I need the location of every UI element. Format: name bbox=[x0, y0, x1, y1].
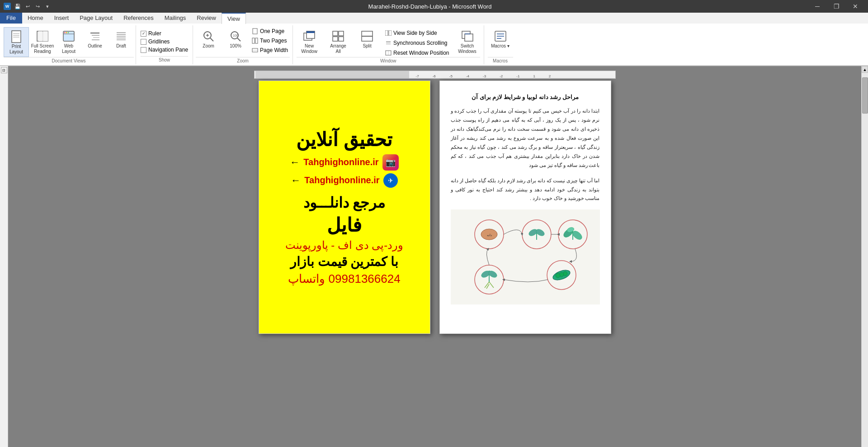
vertical-scrollbar[interactable]: ▲ ▼ bbox=[861, 66, 868, 447]
navigation-pane-checkbox[interactable]: Navigation Pane bbox=[141, 47, 188, 53]
arrange-all-label: ArrangeAll bbox=[330, 43, 346, 54]
svg-rect-5 bbox=[38, 31, 42, 41]
zoom-btn-label: Zoom bbox=[203, 43, 214, 49]
svg-text:100: 100 bbox=[233, 34, 238, 37]
show-group: Ruler Gridlines Navigation Pane Show bbox=[136, 25, 193, 64]
tab-file[interactable]: File bbox=[0, 13, 22, 24]
svg-rect-30 bbox=[255, 38, 258, 43]
page1-brand2: Tahghighonline.ir bbox=[304, 175, 379, 185]
tab-mailings[interactable]: Mailings bbox=[159, 13, 192, 24]
redo-quick-btn[interactable]: ↪ bbox=[33, 2, 42, 10]
window-title: Marahel-Roshd-Daneh-Lubiya - Microsoft W… bbox=[52, 3, 808, 10]
gridlines-checkbox[interactable]: Gridlines bbox=[141, 38, 188, 45]
arrow-icon-2: ← bbox=[291, 175, 301, 186]
tab-home[interactable]: Home bbox=[22, 13, 49, 24]
page1-brand-row2: ✈ Tahghighonline.ir ← bbox=[291, 173, 397, 188]
ruler-checkbox[interactable]: Ruler bbox=[141, 30, 188, 37]
split-label: Split bbox=[363, 43, 371, 49]
page1-phone: 09981366624 واتساپ bbox=[288, 272, 400, 286]
svg-point-9 bbox=[64, 32, 66, 33]
window-controls: ─ ❐ ✕ bbox=[808, 0, 864, 13]
draft-label: Draft bbox=[116, 43, 126, 49]
outline-button[interactable]: Outline bbox=[82, 27, 108, 51]
scroll-thumb[interactable] bbox=[862, 77, 868, 114]
switch-windows-icon bbox=[460, 29, 475, 43]
one-page-button[interactable]: One Page bbox=[250, 27, 290, 35]
svg-rect-42 bbox=[385, 30, 388, 36]
plant-lifecycle-svg: دانه bbox=[458, 212, 593, 302]
svg-point-73 bbox=[556, 273, 560, 278]
macros-group: Macros ▾ Macros bbox=[484, 25, 517, 64]
svg-rect-6 bbox=[43, 31, 48, 41]
page-width-button[interactable]: Page Width bbox=[250, 46, 290, 54]
restore-button[interactable]: ❐ bbox=[827, 0, 845, 13]
two-pages-button[interactable]: Two Pages bbox=[250, 37, 290, 45]
undo-quick-btn[interactable]: ↩ bbox=[24, 2, 32, 10]
customize-quick-btn[interactable]: ▾ bbox=[43, 2, 52, 10]
pages-container: تحقیق آنلاین 📷 Tahghighonline.ir ← ✈ Tah… bbox=[259, 81, 611, 334]
web-layout-label: WebLayout bbox=[62, 43, 75, 54]
tab-view[interactable]: View bbox=[222, 13, 246, 24]
print-layout-button[interactable]: PrintLayout bbox=[4, 27, 29, 57]
split-button[interactable]: Split bbox=[354, 27, 380, 51]
split-icon bbox=[360, 29, 374, 43]
page2-paragraph1: ابتدا دانه را در آب خیس می کنیم تا پوسته… bbox=[451, 107, 600, 170]
ruler-check-icon bbox=[141, 31, 146, 37]
web-layout-button[interactable]: WebLayout bbox=[56, 27, 81, 56]
page2-content: مراحل رشد دانه لوبیا و شرایط لازم برای آ… bbox=[440, 81, 611, 317]
web-layout-icon bbox=[61, 29, 76, 43]
show-group-label: Show bbox=[141, 56, 188, 62]
page2-paragraph2: اما آب تنها چیزی نیست که دانه برای رشد ل… bbox=[451, 176, 600, 204]
zoom-100-icon: 100 bbox=[228, 29, 243, 43]
word-icon: W bbox=[4, 3, 11, 10]
page-zoom-options: One Page Two Pages Page Width bbox=[250, 27, 290, 54]
svg-rect-28 bbox=[253, 29, 257, 34]
zoom-100-label: 100% bbox=[230, 43, 241, 49]
tab-page-layout[interactable]: Page Layout bbox=[74, 13, 118, 24]
svg-rect-43 bbox=[389, 30, 392, 36]
page1-brand: Tahghighonline.ir bbox=[303, 157, 378, 167]
svg-text:دانه: دانه bbox=[486, 233, 491, 237]
close-button[interactable]: ✕ bbox=[846, 0, 864, 13]
arrow-icon-1: ← bbox=[290, 157, 300, 168]
svg-rect-36 bbox=[333, 31, 338, 36]
svg-rect-0 bbox=[12, 31, 21, 43]
macros-button[interactable]: Macros ▾ bbox=[488, 27, 513, 51]
view-side-by-side-button[interactable]: View Side by Side bbox=[383, 29, 451, 37]
title-bar-left: W 💾 ↩ ↪ ▾ bbox=[4, 2, 52, 10]
minimize-button[interactable]: ─ bbox=[808, 0, 826, 13]
zoom-button[interactable]: Zoom bbox=[196, 27, 221, 51]
title-bar: W 💾 ↩ ↪ ▾ Marahel-Roshd-Daneh-Lubiya - M… bbox=[0, 0, 868, 13]
scroll-track[interactable] bbox=[862, 73, 868, 447]
reset-window-position-button[interactable]: Reset Window Position bbox=[383, 49, 451, 57]
arrange-all-icon bbox=[331, 29, 345, 43]
tab-insert[interactable]: Insert bbox=[49, 13, 75, 24]
zoom-group-label: Zoom bbox=[196, 57, 290, 63]
zoom-group: Zoom 100 100% One Page Two Pages bbox=[193, 25, 293, 64]
zoom-100-button[interactable]: 100 100% bbox=[223, 27, 248, 51]
svg-rect-35 bbox=[307, 31, 315, 33]
ruler-content: -7 -6 -5 -4 -3 -2 -1 1 2 bbox=[255, 71, 614, 78]
tab-review[interactable]: Review bbox=[191, 13, 222, 24]
draft-icon bbox=[114, 29, 128, 43]
new-window-icon bbox=[302, 29, 316, 43]
tab-references[interactable]: References bbox=[118, 13, 159, 24]
macros-icon bbox=[493, 29, 508, 43]
vertical-ruler-indicator: ⊡ bbox=[0, 66, 8, 447]
full-screen-reading-button[interactable]: Full ScreenReading bbox=[30, 27, 55, 56]
scroll-up-button[interactable]: ▲ bbox=[862, 66, 868, 73]
switch-windows-button[interactable]: SwitchWindows bbox=[455, 27, 480, 56]
ribbon-content: PrintLayout Full ScreenReading WebLayout bbox=[0, 24, 868, 66]
macros-label: Macros ▾ bbox=[491, 43, 509, 49]
print-layout-icon bbox=[9, 29, 24, 44]
document-area: -7 -6 -5 -4 -3 -2 -1 1 2 تحقیق آنلاین bbox=[8, 66, 861, 447]
svg-point-10 bbox=[66, 32, 67, 33]
draft-button[interactable]: Draft bbox=[108, 27, 134, 51]
new-window-button[interactable]: NewWindow bbox=[297, 27, 322, 56]
synchronous-scrolling-button[interactable]: Synchronous Scrolling bbox=[383, 39, 451, 47]
save-quick-btn[interactable]: 💾 bbox=[14, 2, 22, 10]
arrange-all-button[interactable]: ArrangeAll bbox=[326, 27, 351, 56]
svg-point-11 bbox=[68, 32, 69, 33]
page1-subtitle: مرجع دانلـــود bbox=[303, 194, 386, 211]
page-1: تحقیق آنلاین 📷 Tahghighonline.ir ← ✈ Tah… bbox=[259, 81, 430, 334]
